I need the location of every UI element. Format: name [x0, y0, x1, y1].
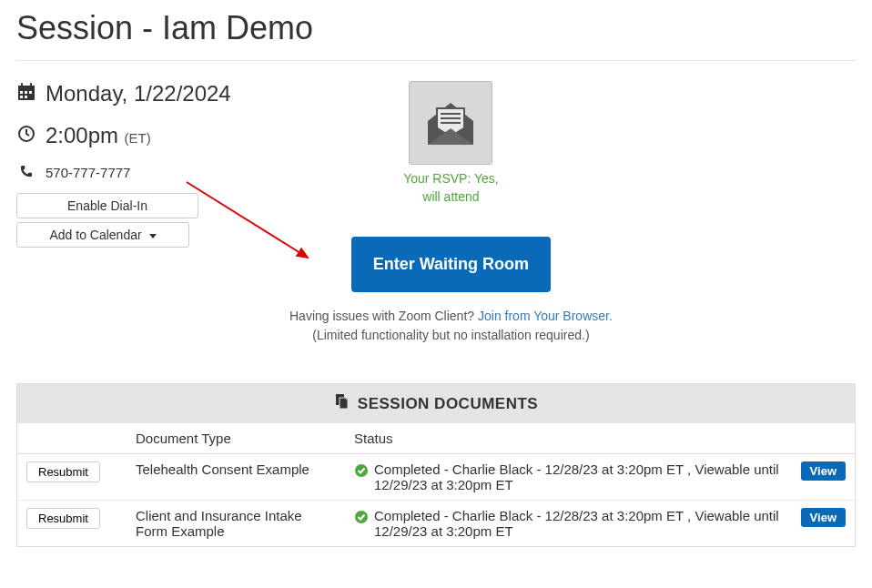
document-status: Completed - Charlie Black - 12/28/23 at … — [374, 508, 783, 539]
column-header-type: Document Type — [127, 423, 345, 454]
column-header-status: Status — [345, 423, 792, 454]
calendar-icon — [16, 83, 36, 101]
table-row: Resubmit Client and Insurance Intake For… — [17, 501, 855, 547]
session-timezone: (ET) — [125, 130, 151, 146]
documents-icon — [334, 393, 350, 414]
view-button[interactable]: View — [801, 461, 846, 481]
session-phone: 570-777-7777 — [46, 165, 130, 180]
rsvp-status: Your RSVP: Yes, will attend — [396, 170, 505, 206]
check-circle-icon — [354, 463, 369, 478]
rsvp-envelope-icon[interactable] — [409, 81, 492, 165]
add-to-calendar-button[interactable]: Add to Calendar — [16, 222, 189, 248]
svg-rect-7 — [21, 83, 23, 86]
svg-rect-6 — [25, 96, 27, 98]
add-to-calendar-label: Add to Calendar — [49, 228, 141, 242]
svg-rect-1 — [18, 86, 35, 89]
document-status: Completed - Charlie Black - 12/28/23 at … — [374, 461, 783, 492]
zoom-help-prefix: Having issues with Zoom Client? — [289, 309, 478, 323]
page-title: Session - Iam Demo — [16, 9, 856, 47]
divider — [16, 60, 856, 61]
svg-rect-2 — [20, 91, 23, 94]
document-type: Telehealth Consent Example — [127, 454, 345, 501]
resubmit-button[interactable]: Resubmit — [26, 508, 100, 529]
enable-dialin-button[interactable]: Enable Dial-In — [16, 193, 198, 218]
svg-rect-5 — [20, 96, 23, 98]
zoom-help-sub: (Limited functionality but no installati… — [312, 328, 589, 342]
join-from-browser-link[interactable]: Join from Your Browser. — [478, 309, 613, 323]
clock-icon — [16, 125, 36, 143]
documents-section-title: SESSION DOCUMENTS — [358, 395, 538, 413]
phone-icon — [16, 165, 36, 177]
resubmit-button[interactable]: Resubmit — [26, 461, 100, 482]
session-time: 2:00pm — [46, 123, 118, 147]
enter-waiting-room-button[interactable]: Enter Waiting Room — [351, 237, 551, 292]
chevron-down-icon — [149, 234, 157, 238]
table-row: Resubmit Telehealth Consent Example Comp… — [17, 454, 855, 501]
session-date: Monday, 1/22/2024 — [46, 81, 231, 106]
document-type: Client and Insurance Intake Form Example — [127, 501, 345, 547]
view-button[interactable]: View — [801, 508, 846, 527]
svg-rect-3 — [25, 91, 27, 94]
svg-rect-8 — [30, 83, 32, 86]
check-circle-icon — [354, 510, 369, 524]
svg-rect-4 — [29, 91, 32, 94]
